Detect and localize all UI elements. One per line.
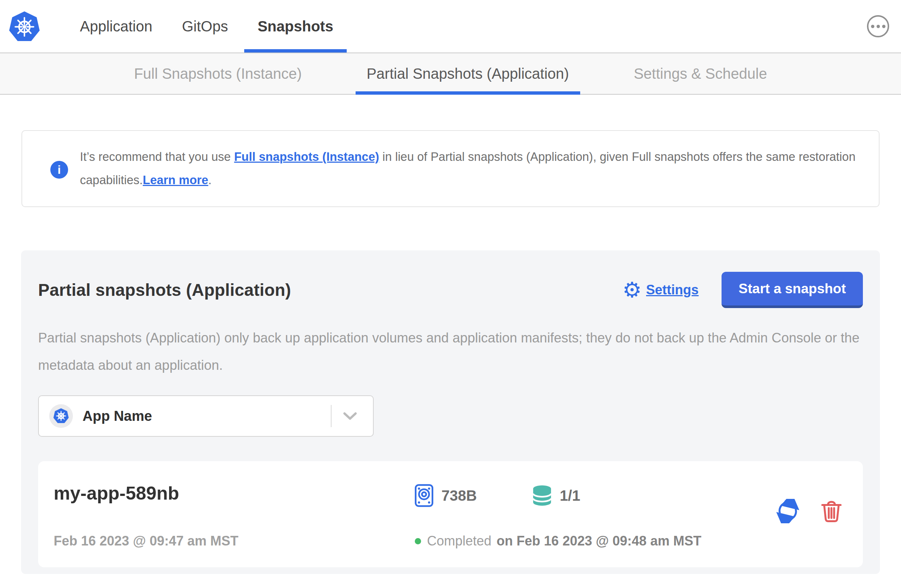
nav-item-snapshots[interactable]: Snapshots xyxy=(257,0,333,53)
banner-text-segment: It’s recommend that you use xyxy=(80,150,234,163)
kubernetes-icon xyxy=(53,407,69,425)
settings-link-label: Settings xyxy=(646,282,698,298)
restore-arrows-icon xyxy=(776,499,800,523)
primary-nav: Application GitOps Snapshots xyxy=(80,0,334,53)
snapshots-subnav: Full Snapshots (Instance) Partial Snapsh… xyxy=(0,53,901,95)
tab-partial-snapshots[interactable]: Partial Snapshots (Application) xyxy=(355,53,580,94)
panel-description: Partial snapshots (Application) only bac… xyxy=(38,324,863,379)
snapshot-status: Completed on Feb 16 2023 @ 09:48 am MST xyxy=(415,533,776,549)
tab-label: Full Snapshots (Instance) xyxy=(134,65,302,82)
chevron-down-icon[interactable] xyxy=(340,396,360,436)
disk-icon xyxy=(415,484,433,507)
app-select-value: App Name xyxy=(83,408,152,424)
app-name-select[interactable]: App Name xyxy=(38,395,374,437)
banner-text: It’s recommend that you use Full snapsho… xyxy=(80,145,857,192)
nav-item-application[interactable]: Application xyxy=(80,0,153,53)
ellipsis-icon xyxy=(871,25,874,28)
status-finished-date: on Feb 16 2023 @ 09:48 am MST xyxy=(497,533,701,549)
tab-settings-schedule[interactable]: Settings & Schedule xyxy=(623,53,778,94)
active-tab-underline xyxy=(355,91,580,95)
nav-item-label: GitOps xyxy=(182,18,228,35)
top-nav: Application GitOps Snapshots xyxy=(0,0,901,53)
snapshot-settings-link[interactable]: ⚙ Settings xyxy=(622,279,698,301)
gear-icon: ⚙ xyxy=(622,279,642,301)
snapshot-size: 738B xyxy=(441,487,477,504)
page-title: Partial snapshots (Application) xyxy=(38,280,291,300)
status-dot-icon xyxy=(415,538,421,544)
trash-icon xyxy=(821,499,842,523)
snapshot-started-date: Feb 16 2023 @ 09:47 am MST xyxy=(54,533,415,549)
database-icon xyxy=(532,485,552,506)
ellipsis-menu-button[interactable] xyxy=(867,15,889,37)
tab-label: Partial Snapshots (Application) xyxy=(367,65,569,82)
nav-item-label: Snapshots xyxy=(257,18,333,35)
nav-right xyxy=(867,15,889,37)
active-nav-underline xyxy=(244,49,346,53)
tab-label: Settings & Schedule xyxy=(634,65,767,82)
snapshot-name: my-app-589nb xyxy=(54,482,415,504)
nav-item-label: Application xyxy=(80,18,153,35)
learn-more-link[interactable]: Learn more xyxy=(143,173,208,187)
delete-snapshot-button[interactable] xyxy=(821,499,842,523)
snapshot-volume-count: 1/1 xyxy=(560,487,581,504)
partial-snapshots-panel: Partial snapshots (Application) ⚙ Settin… xyxy=(21,250,880,574)
app-icon-chip xyxy=(49,404,73,428)
snapshot-row: my-app-589nb 738B xyxy=(38,461,863,567)
info-banner: i It’s recommend that you use Full snaps… xyxy=(22,130,879,207)
full-snapshots-link[interactable]: Full snapshots (Instance) xyxy=(234,150,379,163)
info-icon: i xyxy=(50,161,68,179)
status-label: Completed xyxy=(427,533,491,549)
snapshot-volumes-metric: 1/1 xyxy=(532,485,581,506)
snapshot-size-metric: 738B xyxy=(415,484,477,507)
snapshot-metrics: 738B 1/1 xyxy=(415,484,776,507)
tab-full-snapshots[interactable]: Full Snapshots (Instance) xyxy=(123,53,313,94)
banner-text-segment: . xyxy=(208,173,212,187)
snapshot-actions xyxy=(776,499,842,523)
select-divider xyxy=(331,405,332,427)
start-snapshot-button[interactable]: Start a snapshot xyxy=(722,272,863,308)
panel-header-actions: ⚙ Settings Start a snapshot xyxy=(622,272,863,308)
panel-header: Partial snapshots (Application) ⚙ Settin… xyxy=(38,272,863,308)
kubernetes-logo xyxy=(8,9,41,45)
snapshots-page: Application GitOps Snapshots Full Snapsh… xyxy=(0,0,901,588)
restore-snapshot-button[interactable] xyxy=(776,499,800,523)
nav-item-gitops[interactable]: GitOps xyxy=(182,0,228,53)
